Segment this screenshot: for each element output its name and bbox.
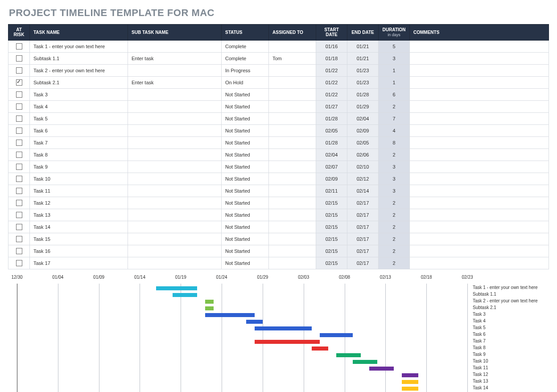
cell-status[interactable]: Not Started (222, 112, 269, 124)
cell-duration[interactable]: 4 (379, 124, 410, 136)
cell-comments[interactable] (410, 173, 549, 185)
cell-duration[interactable]: 3 (379, 185, 410, 197)
cell-sub-task[interactable] (128, 136, 222, 149)
cell-end-date[interactable]: 02/17 (347, 221, 379, 233)
cell-comments[interactable] (410, 40, 549, 52)
cell-duration[interactable]: 2 (379, 233, 410, 245)
cell-comments[interactable] (410, 149, 549, 161)
cell-start-date[interactable]: 02/15 (316, 245, 347, 257)
cell-comments[interactable] (410, 52, 549, 64)
cell-sub-task[interactable] (128, 149, 222, 161)
cell-assigned[interactable] (269, 221, 316, 233)
cell-task-name[interactable]: Task 1 - enter your own text here (30, 40, 128, 52)
cell-task-name[interactable]: Task 5 (30, 112, 128, 124)
cell-sub-task[interactable] (128, 64, 222, 76)
cell-comments[interactable] (410, 197, 549, 209)
cell-end-date[interactable]: 01/23 (347, 76, 379, 88)
cell-task-name[interactable]: Task 6 (30, 124, 128, 136)
cell-start-date[interactable]: 01/27 (316, 100, 347, 112)
at-risk-checkbox[interactable] (16, 164, 22, 170)
cell-task-name[interactable]: Task 13 (30, 209, 128, 221)
cell-status[interactable]: Not Started (222, 149, 269, 161)
cell-start-date[interactable]: 02/05 (316, 124, 347, 136)
cell-task-name[interactable]: Task 12 (30, 197, 128, 209)
cell-sub-task[interactable]: Enter task (128, 76, 222, 88)
at-risk-checkbox[interactable] (16, 176, 22, 182)
cell-end-date[interactable]: 02/09 (347, 124, 379, 136)
cell-comments[interactable] (410, 245, 549, 257)
cell-duration[interactable]: 3 (379, 52, 410, 64)
cell-start-date[interactable]: 01/16 (316, 40, 347, 52)
cell-sub-task[interactable] (128, 173, 222, 185)
cell-task-name[interactable]: Subtask 2.1 (30, 76, 128, 88)
cell-status[interactable]: Not Started (222, 124, 269, 136)
cell-status[interactable]: Not Started (222, 257, 269, 269)
cell-sub-task[interactable] (128, 124, 222, 136)
cell-assigned[interactable] (269, 233, 316, 245)
cell-task-name[interactable]: Task 16 (30, 245, 128, 257)
cell-duration[interactable]: 8 (379, 136, 410, 149)
cell-sub-task[interactable] (128, 161, 222, 173)
cell-sub-task[interactable] (128, 40, 222, 52)
cell-task-name[interactable]: Task 15 (30, 233, 128, 245)
cell-sub-task[interactable]: Enter task (128, 52, 222, 64)
cell-end-date[interactable]: 02/12 (347, 173, 379, 185)
cell-status[interactable]: Not Started (222, 173, 269, 185)
cell-status[interactable]: In Progress (222, 64, 269, 76)
cell-assigned[interactable] (269, 257, 316, 269)
cell-assigned[interactable] (269, 161, 316, 173)
cell-start-date[interactable]: 01/22 (316, 76, 347, 88)
cell-comments[interactable] (410, 209, 549, 221)
cell-duration[interactable]: 6 (379, 88, 410, 100)
cell-task-name[interactable]: Task 10 (30, 173, 128, 185)
cell-sub-task[interactable] (128, 221, 222, 233)
cell-comments[interactable] (410, 221, 549, 233)
cell-task-name[interactable]: Task 9 (30, 161, 128, 173)
cell-comments[interactable] (410, 257, 549, 269)
cell-start-date[interactable]: 01/28 (316, 136, 347, 149)
cell-start-date[interactable]: 01/22 (316, 88, 347, 100)
cell-sub-task[interactable] (128, 209, 222, 221)
at-risk-checkbox[interactable] (16, 116, 22, 122)
cell-start-date[interactable]: 01/28 (316, 112, 347, 124)
cell-sub-task[interactable] (128, 88, 222, 100)
cell-assigned[interactable] (269, 173, 316, 185)
cell-task-name[interactable]: Task 2 - enter your own text here (30, 64, 128, 76)
cell-duration[interactable]: 5 (379, 40, 410, 52)
cell-status[interactable]: Not Started (222, 221, 269, 233)
cell-start-date[interactable]: 02/04 (316, 149, 347, 161)
cell-comments[interactable] (410, 100, 549, 112)
cell-task-name[interactable]: Task 11 (30, 185, 128, 197)
at-risk-checkbox[interactable] (16, 188, 22, 194)
cell-assigned[interactable] (269, 124, 316, 136)
cell-sub-task[interactable] (128, 233, 222, 245)
cell-assigned[interactable]: Tom (269, 52, 316, 64)
cell-comments[interactable] (410, 233, 549, 245)
at-risk-checkbox[interactable] (16, 212, 22, 218)
cell-end-date[interactable]: 01/21 (347, 52, 379, 64)
cell-sub-task[interactable] (128, 185, 222, 197)
cell-status[interactable]: On Hold (222, 76, 269, 88)
cell-comments[interactable] (410, 161, 549, 173)
cell-status[interactable]: Not Started (222, 209, 269, 221)
cell-status[interactable]: Not Started (222, 136, 269, 149)
cell-assigned[interactable] (269, 64, 316, 76)
cell-duration[interactable]: 2 (379, 209, 410, 221)
cell-comments[interactable] (410, 185, 549, 197)
cell-end-date[interactable]: 02/17 (347, 209, 379, 221)
cell-status[interactable]: Not Started (222, 197, 269, 209)
cell-end-date[interactable]: 02/17 (347, 257, 379, 269)
cell-sub-task[interactable] (128, 257, 222, 269)
at-risk-checkbox[interactable] (16, 43, 22, 50)
cell-start-date[interactable]: 02/07 (316, 161, 347, 173)
cell-task-name[interactable]: Task 7 (30, 136, 128, 149)
cell-sub-task[interactable] (128, 100, 222, 112)
cell-comments[interactable] (410, 76, 549, 88)
cell-duration[interactable]: 2 (379, 149, 410, 161)
cell-end-date[interactable]: 01/23 (347, 64, 379, 76)
cell-sub-task[interactable] (128, 245, 222, 257)
cell-end-date[interactable]: 02/04 (347, 112, 379, 124)
at-risk-checkbox[interactable] (16, 128, 22, 134)
cell-assigned[interactable] (269, 100, 316, 112)
at-risk-checkbox[interactable] (16, 67, 22, 74)
